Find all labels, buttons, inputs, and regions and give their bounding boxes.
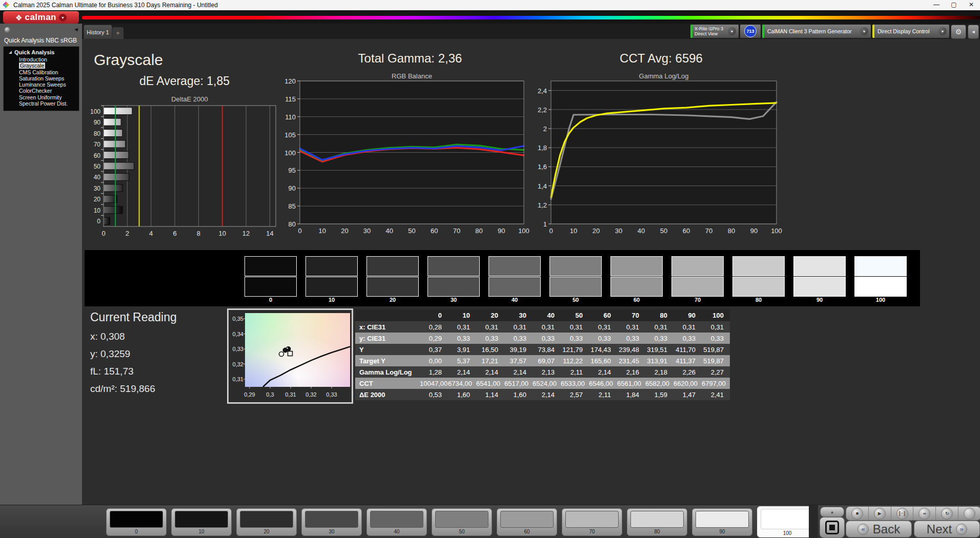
- title-bar: Calman 2025 Calman Ultimate for Business…: [0, 0, 980, 10]
- table-cell: 2,18: [645, 368, 673, 376]
- chevron-down-icon[interactable]: ▼: [860, 27, 868, 35]
- refresh-button[interactable]: ↻: [936, 507, 958, 520]
- loop-button[interactable]: ∞: [913, 507, 936, 520]
- maximize-button[interactable]: ▢: [945, 0, 963, 10]
- svg-text:60: 60: [431, 227, 438, 235]
- next-button[interactable]: Next »: [914, 521, 980, 537]
- cie-1931-chart: 0,350,340,330,320,310,290,30,310,320,33: [229, 310, 352, 402]
- table-row-label: y: CIE31: [355, 335, 420, 342]
- pattern-button-40[interactable]: 40: [366, 508, 427, 536]
- play-button[interactable]: ▶: [869, 507, 891, 520]
- minimize-button[interactable]: —: [928, 0, 945, 10]
- back-button[interactable]: « Back: [846, 521, 912, 537]
- sidebar-item-screen-uniformity[interactable]: Screen Uniformity: [19, 94, 79, 100]
- target-swatch-90: [793, 277, 846, 297]
- actual-swatch-50: [549, 256, 602, 276]
- svg-text:100: 100: [90, 108, 100, 115]
- svg-text:40: 40: [638, 227, 645, 235]
- sidebar-item-label: Saturation Sweeps: [19, 75, 64, 81]
- table-row-gamma-log-log: Gamma Log/Log1,282,142,142,142,132,112,1…: [355, 366, 730, 378]
- swatch-level-label: 90: [793, 297, 846, 303]
- reading-x: x: 0,308: [90, 331, 125, 342]
- svg-text:40: 40: [94, 174, 101, 181]
- svg-text:8: 8: [197, 230, 200, 237]
- sidebar-collapse-icon[interactable]: ◄: [73, 26, 79, 32]
- pattern-window-button[interactable]: [820, 517, 845, 538]
- sequence-button[interactable]: [··]: [891, 507, 914, 520]
- pattern-button-80[interactable]: 80: [627, 508, 687, 536]
- window-title: Calman 2025 Calman Ultimate for Business…: [13, 0, 218, 10]
- svg-text:1,8: 1,8: [538, 144, 547, 152]
- table-cell: 0,33: [673, 335, 702, 342]
- calman-diamond-icon: ❖: [15, 14, 22, 22]
- sidebar-item-spectral-power-dist-[interactable]: Spectral Power Dist.: [19, 100, 79, 107]
- sidebar-item-saturation-sweeps[interactable]: Saturation Sweeps: [19, 75, 79, 81]
- meter-selector[interactable]: X-Rite i1Pro 3 Direct View ▼: [690, 25, 739, 38]
- svg-text:80: 80: [94, 130, 101, 137]
- reading-fl: fL: 151,73: [90, 366, 134, 377]
- table-row-label: CCT: [355, 380, 420, 387]
- pattern-button-0[interactable]: 0: [106, 508, 167, 536]
- svg-text:0,33: 0,33: [233, 346, 243, 352]
- meter-label: X-Rite i1Pro 3 Direct View: [692, 26, 725, 36]
- pattern-button-20[interactable]: 20: [236, 508, 297, 536]
- sidebar-item-colorchecker[interactable]: ColorChecker: [19, 88, 79, 94]
- svg-text:90: 90: [94, 119, 101, 126]
- pattern-button-90[interactable]: 90: [692, 508, 752, 536]
- pattern-generator-selector[interactable]: CalMAN Client 3 Pattern Generator ▼: [762, 25, 871, 38]
- pattern-swatch: [175, 511, 228, 528]
- pattern-panel-up-button[interactable]: ▲: [820, 507, 844, 517]
- window-controls: — ▢ ✕: [928, 0, 980, 10]
- logo-dropdown-icon[interactable]: ▼: [59, 14, 67, 22]
- chevron-down-icon[interactable]: ▼: [938, 27, 947, 35]
- sidebar: ◄ Quick Analysis NBC sRGB Quick Analysis…: [0, 24, 82, 505]
- swatch-level-label: 40: [488, 297, 541, 303]
- table-cell: 313,91: [645, 357, 673, 365]
- collapse-panel-button[interactable]: ◄: [968, 25, 979, 39]
- close-button[interactable]: ✕: [963, 0, 980, 10]
- calman-logo-button[interactable]: ❖ calman ▼: [3, 11, 79, 24]
- workflow-nav: « Back Next »: [846, 521, 980, 537]
- settings-button[interactable]: ⚙: [951, 25, 966, 39]
- pattern-button-30[interactable]: 30: [301, 508, 362, 536]
- tree-root-quick-analysis[interactable]: Quick Analysis: [9, 49, 79, 55]
- table-cell: 0,00: [420, 357, 448, 365]
- sidebar-item-luminance-sweeps[interactable]: Luminance Sweeps: [19, 81, 79, 88]
- table-cell: 0,31: [589, 323, 617, 331]
- total-gamma-value: Total Gamma: 2,36: [308, 51, 513, 66]
- grayscale-title: Grayscale: [94, 51, 163, 69]
- sidebar-item-cms-calibration[interactable]: CMS Calibration: [19, 69, 79, 75]
- table-cell: 0,33: [533, 335, 561, 342]
- pattern-button-70[interactable]: 70: [562, 508, 622, 536]
- stop-button[interactable]: ■: [846, 507, 869, 520]
- table-cell: 2,14: [589, 368, 617, 376]
- pattern-label: 100: [758, 530, 817, 536]
- table-column-header: 40: [533, 312, 561, 319]
- measurement-transport: ■▶[··]∞↻: [846, 506, 980, 521]
- target-swatch-0: [244, 277, 297, 297]
- grayscale-swatch-strip: Actual Target 0102030405060708090100: [85, 250, 920, 306]
- add-tab-button[interactable]: +: [112, 27, 124, 39]
- svg-text:50: 50: [660, 227, 667, 235]
- blank-button[interactable]: [958, 507, 980, 520]
- svg-text:10: 10: [218, 230, 226, 237]
- pattern-button-10[interactable]: 10: [171, 508, 232, 536]
- table-row-x-cie31: x: CIE310,280,310,310,310,310,310,310,31…: [355, 321, 730, 333]
- svg-text:0,29: 0,29: [244, 391, 255, 398]
- sidebar-item-introduction[interactable]: Introduction: [19, 56, 79, 63]
- table-cell: 519,87: [702, 357, 730, 365]
- chevron-down-icon[interactable]: ▼: [728, 27, 736, 35]
- calman-window: Calman 2025 Calman Ultimate for Business…: [0, 0, 980, 538]
- meter-reading-badge-box: 713: [740, 25, 761, 38]
- sidebar-item-grayscale[interactable]: Grayscale: [19, 63, 79, 69]
- pattern-swatch: [110, 511, 163, 528]
- table-cell: 411,37: [673, 357, 702, 365]
- tree-expander-icon[interactable]: [9, 51, 12, 54]
- display-control-selector[interactable]: Direct Display Control ▼: [872, 25, 949, 38]
- pattern-button-50[interactable]: 50: [432, 508, 492, 536]
- pattern-label: 0: [107, 529, 166, 534]
- table-cell: 0,31: [533, 323, 561, 331]
- target-swatch-10: [305, 277, 358, 297]
- pattern-button-60[interactable]: 60: [497, 508, 557, 536]
- tab-history-1[interactable]: History 1: [84, 25, 112, 39]
